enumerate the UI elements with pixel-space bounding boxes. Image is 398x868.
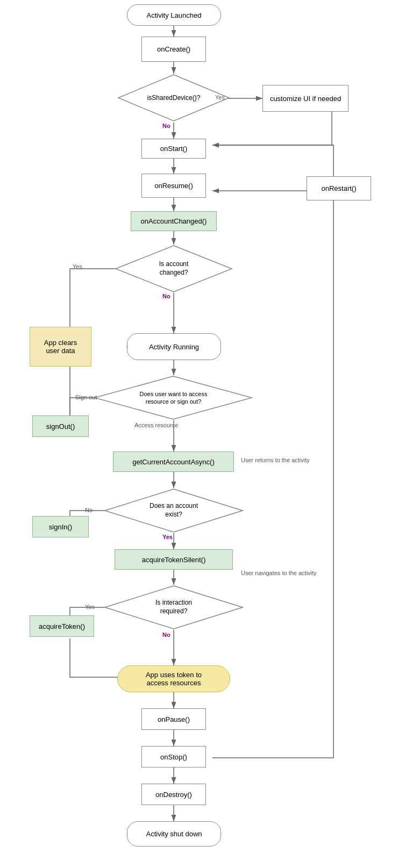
acquire-token-silent-label: acquireTokenSilent() — [142, 556, 206, 564]
on-destroy-label: onDestroy() — [155, 791, 192, 799]
app-clears-node: App clears user data — [30, 327, 91, 367]
user-navigates-label: User navigates to the activity — [241, 570, 317, 576]
yes-label-account-exist: Yes — [162, 534, 173, 540]
yes-label-shared: Yes — [215, 94, 225, 101]
is-shared-device-node: isSharedDevice()? — [117, 74, 230, 123]
activity-shutdown-node: Activity shut down — [127, 821, 221, 847]
on-create-node: onCreate() — [141, 37, 206, 62]
on-start-node: onStart() — [141, 139, 206, 159]
acquire-token-node: acquireToken() — [30, 615, 94, 637]
is-shared-device-diamond-svg — [117, 74, 230, 123]
does-account-exist-node: Does an accountexist? — [104, 488, 244, 533]
on-create-label: onCreate() — [157, 45, 190, 53]
on-pause-node: onPause() — [141, 708, 206, 730]
sign-in-label: signIn() — [49, 523, 72, 531]
does-user-want-svg — [94, 375, 253, 420]
on-destroy-node: onDestroy() — [141, 784, 206, 805]
app-uses-token-node: App uses token to access resources — [117, 665, 230, 692]
no-label-interaction: No — [162, 632, 170, 638]
svg-marker-22 — [116, 246, 232, 292]
on-restart-label: onRestart() — [321, 184, 356, 192]
get-current-account-node: getCurrentAccountAsync() — [113, 451, 234, 472]
activity-running-node: Activity Running — [127, 333, 221, 360]
on-start-label: onStart() — [160, 145, 188, 153]
acquire-token-label: acquireToken() — [39, 622, 85, 630]
sign-out-label: signOut() — [46, 422, 75, 431]
on-restart-node: onRestart() — [307, 176, 371, 200]
on-account-changed-node: onAccountChanged() — [131, 211, 217, 231]
on-account-changed-label: onAccountChanged() — [141, 217, 207, 225]
user-returns-label: User returns to the activity — [241, 457, 310, 463]
does-user-want-node: Does user want to accessresource or sign… — [94, 375, 253, 420]
access-resource-label: Access resource — [134, 422, 178, 428]
yes-label-interaction: Yes — [85, 604, 95, 610]
customize-ui-label: customize UI if needed — [270, 95, 341, 103]
is-account-changed-node: Is accountchanged? — [115, 245, 233, 293]
is-account-changed-svg — [115, 245, 233, 293]
sign-in-node: signIn() — [32, 516, 89, 537]
activity-running-label: Activity Running — [149, 343, 199, 351]
on-stop-node: onStop() — [141, 746, 206, 767]
activity-shutdown-label: Activity shut down — [146, 830, 202, 838]
is-interaction-required-svg — [104, 585, 244, 630]
svg-marker-25 — [105, 586, 243, 629]
sign-out-node: signOut() — [32, 415, 89, 437]
on-resume-node: onResume() — [141, 174, 206, 198]
get-current-account-label: getCurrentAccountAsync() — [132, 458, 214, 466]
app-uses-token-label: App uses token to access resources — [146, 671, 202, 687]
does-account-exist-svg — [104, 488, 244, 533]
on-pause-label: onPause() — [158, 715, 190, 723]
svg-marker-21 — [118, 75, 229, 121]
on-resume-label: onResume() — [154, 182, 193, 190]
customize-ui-node: customize UI if needed — [262, 85, 349, 112]
svg-marker-24 — [105, 489, 243, 532]
no-label-shared: No — [162, 123, 170, 129]
is-interaction-required-node: Is interactionrequired? — [104, 585, 244, 630]
no-label-account-exist: No — [85, 507, 93, 513]
no-label-account: No — [162, 293, 170, 299]
app-clears-label: App clears user data — [44, 339, 77, 355]
activity-launched-node: Activity Launched — [127, 4, 221, 26]
activity-launched-label: Activity Launched — [147, 11, 202, 19]
on-stop-label: onStop() — [160, 753, 187, 761]
sign-out-label: Sign out — [75, 394, 97, 400]
svg-marker-23 — [95, 376, 252, 419]
flowchart-diagram: Activity Launched onCreate() isSharedDev… — [0, 0, 398, 868]
acquire-token-silent-node: acquireTokenSilent() — [115, 549, 233, 570]
yes-label-account: Yes — [73, 263, 82, 270]
